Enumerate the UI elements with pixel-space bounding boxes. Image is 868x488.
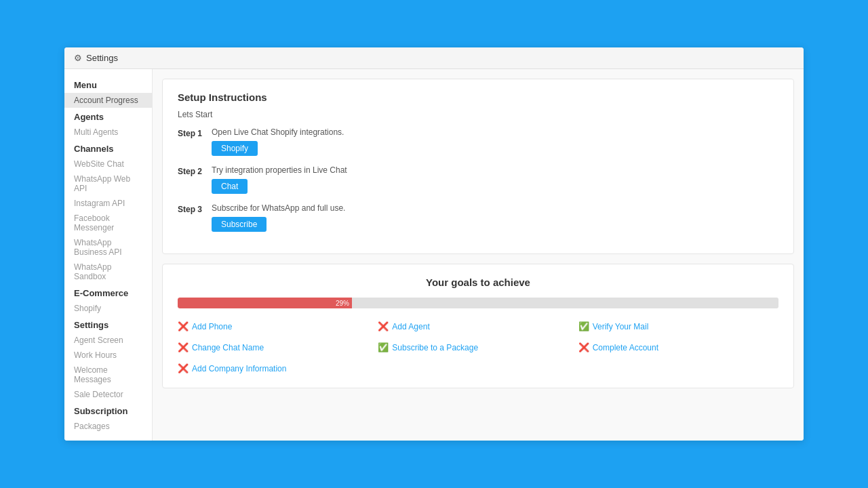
sidebar-section-title: Settings bbox=[64, 316, 152, 333]
sidebar-item[interactable]: Welcome Messages bbox=[64, 363, 152, 387]
step-content: Open Live Chat Shopify integrations.Shop… bbox=[212, 127, 344, 156]
goal-link[interactable]: Add Agent bbox=[392, 322, 429, 331]
check-circle-icon: ✅ bbox=[378, 342, 389, 352]
steps-container: Step 1Open Live Chat Shopify integration… bbox=[178, 127, 778, 232]
step-row: Step 2Try integration properties in Live… bbox=[178, 165, 778, 194]
sidebar-item[interactable]: Packages bbox=[64, 419, 152, 434]
x-circle-icon: ❌ bbox=[178, 363, 189, 373]
goal-link[interactable]: Complete Account bbox=[593, 343, 658, 352]
sidebar-item[interactable]: Sale Detector bbox=[64, 387, 152, 402]
goal-item bbox=[578, 361, 778, 375]
goal-item: ❌Add Phone bbox=[178, 319, 378, 333]
goal-item: ❌Change Chat Name bbox=[178, 340, 378, 354]
progress-bar-fill: 29% bbox=[178, 298, 352, 308]
goal-item: ❌Complete Account bbox=[578, 340, 778, 354]
goal-link[interactable]: Add Company Information bbox=[192, 364, 286, 373]
step-label: Step 2 bbox=[178, 167, 212, 176]
step-description: Open Live Chat Shopify integrations. bbox=[212, 127, 344, 137]
sidebar-section-title: Channels bbox=[64, 140, 152, 157]
x-circle-icon: ❌ bbox=[178, 321, 189, 331]
x-circle-icon: ❌ bbox=[178, 342, 189, 352]
goals-title: Your goals to achieve bbox=[178, 277, 778, 288]
step-content: Subscribe for WhatsApp and full use.Subs… bbox=[212, 203, 345, 232]
sidebar-item[interactable]: Account Progress bbox=[64, 93, 152, 108]
sidebar-item[interactable]: WhatsApp Business API bbox=[64, 235, 152, 260]
sidebar-item[interactable]: Work Hours bbox=[64, 348, 152, 363]
sidebar-section-title: E-Commerce bbox=[64, 284, 152, 301]
main-content: Setup Instructions Lets Start Step 1Open… bbox=[153, 69, 804, 441]
goals-grid: ❌Add Phone❌Add Agent✅Verify Your Mail❌Ch… bbox=[178, 319, 778, 375]
sidebar-section-title: Menu bbox=[64, 76, 152, 93]
sidebar-section-title: Agents bbox=[64, 108, 152, 125]
sidebar-item[interactable]: Instagram API bbox=[64, 196, 152, 211]
main-layout: MenuAccount ProgressAgentsMulti AgentsCh… bbox=[64, 69, 804, 441]
goal-link[interactable]: Add Phone bbox=[192, 322, 232, 331]
x-circle-icon: ❌ bbox=[378, 321, 389, 331]
setup-title: Setup Instructions bbox=[178, 92, 778, 103]
step-row: Step 1Open Live Chat Shopify integration… bbox=[178, 127, 778, 156]
goal-link[interactable]: Verify Your Mail bbox=[593, 322, 649, 331]
setup-card: Setup Instructions Lets Start Step 1Open… bbox=[162, 79, 794, 254]
sidebar-item[interactable]: Agent Screen bbox=[64, 333, 152, 348]
goal-item: ✅Subscribe to a Package bbox=[378, 340, 578, 354]
sidebar-item[interactable]: WebSite Chat bbox=[64, 157, 152, 171]
goal-link[interactable]: Change Chat Name bbox=[192, 343, 264, 352]
lets-start: Lets Start bbox=[178, 110, 778, 119]
sidebar-item[interactable]: Facebook Messenger bbox=[64, 211, 152, 235]
step-button-subscribe[interactable]: Subscribe bbox=[212, 217, 267, 232]
goal-item: ❌Add Company Information bbox=[178, 361, 378, 375]
step-button-chat[interactable]: Chat bbox=[212, 179, 248, 194]
sidebar-item[interactable]: WhatsApp Web API bbox=[64, 171, 152, 196]
sidebar-item[interactable]: WhatsApp Sandbox bbox=[64, 260, 152, 284]
top-bar: ⚙ Settings bbox=[64, 47, 804, 69]
goal-item: ❌Add Agent bbox=[378, 319, 578, 333]
progress-bar-container: 29% bbox=[178, 298, 778, 308]
sidebar-section-title: Subscription bbox=[64, 402, 152, 419]
step-label: Step 1 bbox=[178, 129, 212, 138]
check-circle-icon: ✅ bbox=[578, 321, 589, 331]
step-label: Step 3 bbox=[178, 205, 212, 214]
step-description: Try integration properties in Live Chat bbox=[212, 165, 347, 175]
step-button-shopify[interactable]: Shopify bbox=[212, 141, 258, 156]
step-row: Step 3Subscribe for WhatsApp and full us… bbox=[178, 203, 778, 232]
x-circle-icon: ❌ bbox=[578, 342, 589, 352]
goal-link[interactable]: Subscribe to a Package bbox=[392, 343, 478, 352]
sidebar: MenuAccount ProgressAgentsMulti AgentsCh… bbox=[64, 69, 153, 441]
sidebar-item[interactable]: Multi Agents bbox=[64, 125, 152, 140]
sidebar-item[interactable]: Shopify bbox=[64, 301, 152, 316]
goals-card: Your goals to achieve 29% ❌Add Phone❌Add… bbox=[162, 264, 794, 388]
goal-item: ✅Verify Your Mail bbox=[578, 319, 778, 333]
page-title: Settings bbox=[86, 53, 118, 63]
app-window: ⚙ Settings MenuAccount ProgressAgentsMul… bbox=[64, 47, 804, 441]
step-description: Subscribe for WhatsApp and full use. bbox=[212, 203, 345, 213]
step-content: Try integration properties in Live ChatC… bbox=[212, 165, 347, 194]
goal-item bbox=[378, 361, 578, 375]
gear-icon: ⚙ bbox=[74, 53, 82, 63]
progress-label: 29% bbox=[336, 300, 352, 307]
